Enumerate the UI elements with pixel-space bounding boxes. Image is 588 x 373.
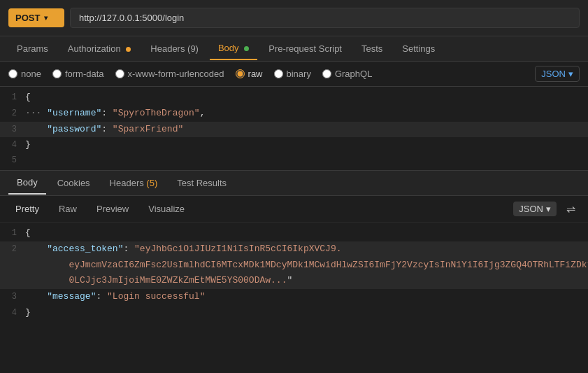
tab-params[interactable]: Params [8,38,57,59]
option-form-data[interactable]: form-data [52,69,104,79]
filter-icon-button[interactable]: ⇌ [562,200,580,218]
response-tab-cookies[interactable]: Cookies [49,172,99,194]
response-tab-body[interactable]: Body [8,171,46,195]
response-tab-headers[interactable]: Headers (5) [101,172,166,194]
response-sub-tabs: Pretty Raw Preview Visualize JSON ▾ ⇌ [0,196,588,223]
response-tab-test-results[interactable]: Test Results [168,172,235,194]
response-json-chevron-icon: ▾ [546,204,551,214]
code-line-4: 4 } [0,137,588,153]
sub-tab-pretty[interactable]: Pretty [8,201,46,217]
code-line-2: 2 ··· "username": "SpyroTheDragon", [0,106,588,122]
option-none[interactable]: none [8,69,41,79]
response-line-3: 3 "message": "Login successful" [0,289,588,305]
authorization-dot [126,47,131,52]
response-line-1: 1 { [0,225,588,241]
response-line-2: 2 "access_token": "eyJhbGciOiJIUzI1NiIsI… [0,241,588,258]
response-tabs: Body Cookies Headers (5) Test Results [0,171,588,196]
tab-tests[interactable]: Tests [353,38,391,59]
format-select: JSON ▾ [535,66,580,82]
code-line-3: 3 "password": "SparxFriend" [0,122,588,138]
tab-pre-request[interactable]: Pre-request Script [260,38,350,59]
body-dot [244,46,249,51]
request-code-editor[interactable]: 1 { 2 ··· "username": "SpyroTheDragon", … [0,87,588,171]
method-dropdown[interactable]: POST ▾ [8,8,64,27]
url-bar: POST ▾ [0,0,588,36]
json-format-button[interactable]: JSON ▾ [535,66,580,82]
response-line-4: 4 } [0,305,588,321]
option-urlencoded[interactable]: x-www-form-urlencoded [115,69,224,79]
sub-tab-raw[interactable]: Raw [52,201,84,217]
response-line-2b: 2 eyJmcmVzaCI6ZmFsc2UsImlhdCI6MTcxMDk1MD… [0,258,588,274]
code-line-1: 1 { [0,90,588,106]
response-json-format-button[interactable]: JSON ▾ [513,202,557,216]
method-label: POST [15,13,40,23]
code-line-5: 5 [0,153,588,168]
tab-headers[interactable]: Headers (9) [142,38,207,59]
method-chevron-icon: ▾ [44,14,48,22]
sub-tab-visualize[interactable]: Visualize [141,201,192,217]
request-tabs: Params Authorization Headers (9) Body Pr… [0,36,588,62]
response-line-2c: 2 0LCJjc3JmIjoiMmE0ZWZkZmEtMWE5YS00ODAw.… [0,273,588,289]
json-chevron-icon: ▾ [568,69,573,79]
option-binary[interactable]: binary [274,69,311,79]
filter-icon: ⇌ [566,202,575,216]
body-options: none form-data x-www-form-urlencoded raw… [0,62,588,87]
tab-settings[interactable]: Settings [394,38,443,59]
tab-authorization[interactable]: Authorization [59,38,140,59]
url-input[interactable] [70,8,580,28]
option-graphql[interactable]: GraphQL [322,69,372,79]
sub-tab-preview[interactable]: Preview [89,201,136,217]
tab-body[interactable]: Body [210,37,257,60]
option-raw[interactable]: raw [236,69,263,79]
response-code-area[interactable]: 1 { 2 "access_token": "eyJhbGciOiJIUzI1N… [0,223,588,324]
